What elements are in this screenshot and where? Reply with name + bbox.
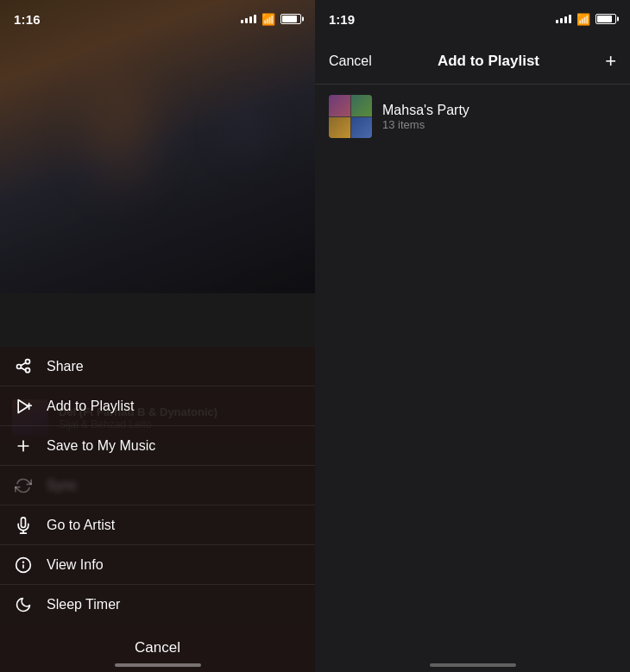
menu-item-sync[interactable]: Sync	[0, 466, 315, 506]
moon-icon	[14, 595, 33, 614]
playlist-info: Mahsa's Party 13 items	[382, 103, 616, 131]
thumb-q2	[351, 95, 373, 116]
playlist-item-mahsas-party[interactable]: Mahsa's Party 13 items	[315, 85, 630, 148]
status-icons-right: 📶	[556, 13, 616, 26]
sync-label: Sync	[47, 478, 78, 493]
status-bar-right: 1:19 📶	[315, 0, 630, 38]
playlist-count: 13 items	[382, 118, 616, 131]
menu-list: Share Add to Playlist Save to My Musi	[0, 347, 315, 625]
info-icon	[14, 556, 33, 575]
battery-icon-right	[595, 14, 616, 24]
menu-item-sleep-timer[interactable]: Sleep Timer	[0, 585, 315, 625]
thumb-q4	[351, 117, 373, 139]
sleep-timer-label: Sleep Timer	[47, 597, 120, 612]
view-info-label: View Info	[47, 557, 104, 573]
share-label: Share	[47, 359, 84, 374]
menu-item-go-to-artist[interactable]: Go to Artist	[0, 506, 315, 545]
playlist-thumbnail	[329, 95, 372, 138]
wifi-icon: 📶	[261, 13, 275, 26]
playlist-name: Mahsa's Party	[382, 103, 616, 118]
sync-icon	[14, 476, 33, 495]
menu-item-view-info[interactable]: View Info	[0, 545, 315, 585]
status-time-right: 1:19	[329, 12, 355, 27]
thumb-q1	[329, 95, 350, 116]
menu-item-add-to-playlist[interactable]: Add to Playlist	[0, 386, 315, 426]
thumb-q3	[329, 117, 350, 139]
nav-plus-button[interactable]: +	[605, 50, 616, 72]
share-icon	[14, 357, 33, 376]
add-playlist-icon	[14, 397, 33, 416]
status-bar-left: 1:16 📶	[0, 0, 315, 38]
mic-icon	[14, 516, 33, 535]
left-panel: 1:16 📶 Del (Ft Farhad B & Dynatonic) Sij…	[0, 0, 315, 672]
save-to-music-label: Save to My Music	[47, 438, 155, 454]
battery-icon	[280, 14, 301, 24]
nav-bar: Cancel Add to Playlist +	[315, 38, 630, 85]
go-to-artist-label: Go to Artist	[47, 518, 115, 533]
home-indicator-left	[115, 663, 201, 667]
menu-item-share[interactable]: Share	[0, 347, 315, 386]
status-time-left: 1:16	[14, 12, 41, 27]
add-to-playlist-label: Add to Playlist	[47, 399, 134, 414]
menu-item-save-to-music[interactable]: Save to My Music	[0, 426, 315, 466]
nav-title: Add to Playlist	[438, 53, 539, 70]
nav-cancel-button[interactable]: Cancel	[329, 53, 372, 69]
right-panel: 1:19 📶 Cancel Add to Playlist +	[315, 0, 630, 672]
wifi-icon-right: 📶	[576, 13, 590, 26]
svg-marker-2	[18, 399, 28, 412]
signal-icon-right	[556, 15, 571, 23]
svg-line-1	[21, 362, 26, 365]
signal-icon	[241, 15, 256, 23]
status-icons-left: 📶	[241, 13, 301, 26]
plus-icon	[14, 436, 33, 455]
home-indicator-right	[430, 663, 516, 667]
background-image	[0, 0, 315, 293]
